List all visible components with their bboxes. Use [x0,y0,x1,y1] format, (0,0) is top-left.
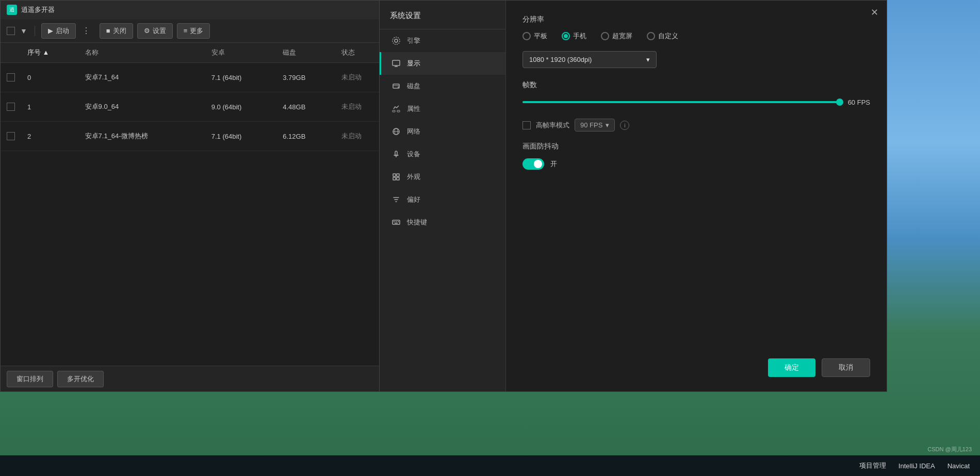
radio-ultrawide-circle [601,32,609,40]
row-0-android: 7.1 (64bit) [205,63,277,92]
nav-display[interactable]: 显示 [380,52,505,75]
display-icon [391,59,401,68]
nav-engine[interactable]: 引擎 [380,29,505,52]
disk-icon [391,81,401,91]
fps-mode-value: 90 FPS [580,121,602,129]
confirm-button[interactable]: 确定 [768,358,815,377]
nav-disk[interactable]: 磁盘 [380,75,505,97]
svg-rect-21 [396,221,397,222]
radio-phone[interactable]: 手机 [562,31,586,41]
start-play-icon: ▶ [48,27,53,35]
taskbar-item-project[interactable]: 项目管理 [859,461,886,470]
svg-rect-17 [393,177,396,180]
nav-network-label: 网络 [407,127,420,136]
row-0-checkbox[interactable] [7,73,15,81]
col-android[interactable]: 安卓 [205,43,277,63]
resolution-value: 1080 * 1920 (360dpi) [529,56,592,63]
nav-appearance[interactable]: 外观 [380,166,505,188]
filter-icon[interactable]: ▼ [17,25,30,37]
cancel-button[interactable]: 取消 [822,358,870,377]
col-name[interactable]: 名称 [79,43,205,63]
nav-display-label: 显示 [407,59,420,68]
fps-track [522,101,840,103]
fps-fill [522,101,840,103]
svg-rect-20 [394,221,395,222]
svg-point-0 [395,39,398,42]
row-1-checkbox[interactable] [7,103,15,111]
preference-icon [391,195,401,204]
high-fps-label: 高帧率模式 [536,121,569,130]
radio-ultrawide-label: 超宽屏 [612,31,632,41]
radio-tablet-circle [522,32,531,40]
radio-custom[interactable]: 自定义 [647,31,678,41]
svg-rect-8 [393,110,395,112]
select-all-checkbox[interactable] [7,27,15,35]
fps-section: 帧数 60 FPS [522,80,870,108]
toolbar-more-dots[interactable]: ⋮ [78,23,95,38]
multiopen-optimize-button[interactable]: 多开优化 [57,371,104,387]
row-0-name: 安卓7.1_64 [79,63,205,92]
col-disk[interactable]: 磁盘 [276,43,335,63]
radio-tablet-label: 平板 [534,31,547,41]
resolution-section-title: 分辨率 [522,15,870,24]
radio-ultrawide[interactable]: 超宽屏 [601,31,632,41]
fps-value: 60 FPS [848,99,870,106]
taskbar-items: 项目管理 IntelliJ IDEA Navicat [859,461,970,470]
row-0-status: 未启动 [341,73,362,81]
arrange-windows-button[interactable]: 窗口排列 [7,371,53,387]
radio-phone-circle [562,32,570,40]
col-id[interactable]: 序号 ▲ [21,43,79,63]
row-1-name: 安卓9.0_64 [79,92,205,122]
fps-thumb [836,99,843,106]
row-1-id: 1 [21,92,79,122]
close-icon: ■ [106,27,110,35]
close-button[interactable]: ■ 关闭 [100,23,133,39]
nav-property-label: 属性 [407,104,420,113]
fps-chevron-icon: ▾ [606,121,609,129]
nav-shortcut[interactable]: 快捷键 [380,211,505,234]
nav-engine-label: 引擎 [407,36,420,45]
settings-menu: 系统设置 引擎 显示 [380,1,506,391]
start-button[interactable]: ▶ 启动 [41,23,76,39]
more-icon: ≡ [184,27,188,35]
row-1-disk: 4.48GB [276,92,335,122]
resolution-dropdown[interactable]: 1080 * 1920 (360dpi) ▾ [522,51,657,68]
high-fps-row: 高帧率模式 90 FPS ▾ i [522,119,870,132]
radio-custom-circle [647,32,655,40]
info-icon[interactable]: i [620,121,629,130]
row-0-id: 0 [21,63,79,92]
svg-point-1 [393,37,400,44]
fps-slider[interactable]: 60 FPS [522,96,870,108]
nav-property[interactable]: 属性 [380,97,505,120]
toggle-knob [534,160,542,168]
nav-disk-label: 磁盘 [407,81,420,91]
nav-network[interactable]: 网络 [380,120,505,143]
property-icon [391,104,401,113]
svg-rect-18 [397,177,399,180]
watermark: CSDN @周儿123 [927,446,972,453]
resolution-radio-group: 平板 手机 超宽屏 自定义 [522,31,870,41]
settings-button[interactable]: ⚙ 设置 [137,23,173,39]
row-1-android: 9.0 (64bit) [205,92,277,122]
chevron-down-icon: ▾ [646,56,650,63]
high-fps-checkbox[interactable] [522,121,531,129]
row-2-checkbox[interactable] [7,132,15,140]
taskbar: 项目管理 IntelliJ IDEA Navicat [0,455,980,476]
row-1-status: 未启动 [341,103,362,110]
row-2-android: 7.1 (64bit) [205,122,277,151]
more-button[interactable]: ≡ 更多 [177,23,210,39]
settings-content: ✕ 分辨率 平板 手机 超宽屏 自定义 1080 * 1920 (360dpi) [506,1,887,391]
svg-rect-2 [393,60,400,65]
fps-mode-dropdown[interactable]: 90 FPS ▾ [575,119,615,132]
nav-preference[interactable]: 偏好 [380,188,505,211]
col-checkbox [1,43,21,63]
settings-close-button[interactable]: ✕ [871,7,878,18]
svg-rect-13 [395,151,397,155]
taskbar-item-idea[interactable]: IntelliJ IDEA [899,462,935,470]
nav-device[interactable]: 设备 [380,143,505,166]
stabilize-toggle[interactable] [522,158,544,170]
stabilize-section: 画面防抖动 开 [522,142,870,170]
svg-rect-16 [397,174,399,176]
taskbar-item-navicat[interactable]: Navicat [948,462,970,470]
radio-tablet[interactable]: 平板 [522,31,547,41]
